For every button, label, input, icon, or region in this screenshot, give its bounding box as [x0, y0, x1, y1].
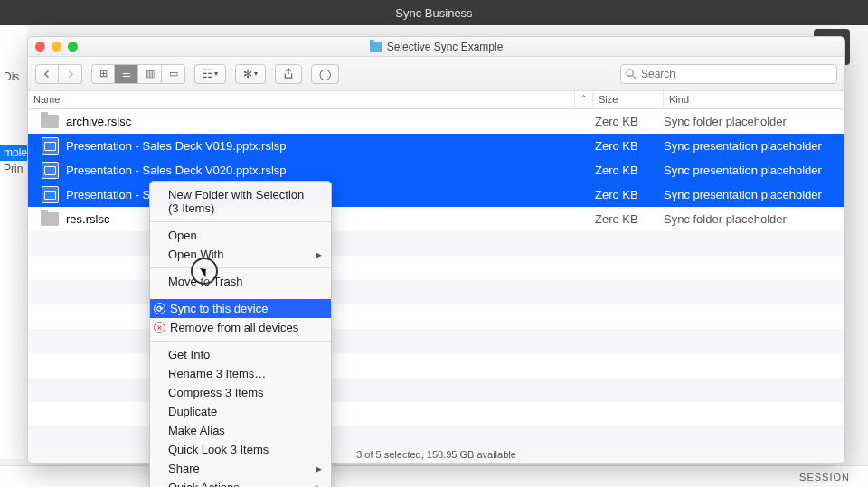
session-label: SESSION: [799, 472, 850, 482]
menu-item-label: Quick Look 3 Items: [168, 443, 269, 456]
sync-icon: ⟳: [154, 303, 165, 314]
menu-item-label: Move to Trash: [168, 275, 242, 288]
menu-item[interactable]: Rename 3 Items…: [150, 364, 331, 383]
folder-icon: [370, 42, 382, 52]
menu-separator: [150, 267, 331, 268]
sort-indicator[interactable]: ˆ: [575, 91, 593, 108]
file-kind: Sync folder placeholder: [664, 115, 844, 128]
window-title: Selective Sync Example: [387, 41, 504, 53]
bg-app-titlebar: Sync Business: [0, 0, 868, 25]
close-icon[interactable]: [35, 42, 45, 52]
menu-item-label: Remove from all devices: [170, 321, 298, 334]
svg-point-0: [627, 69, 633, 75]
icon-view-button[interactable]: ⊞: [91, 64, 115, 84]
menu-separator: [150, 341, 331, 342]
search-input[interactable]: [620, 64, 837, 84]
minimize-icon[interactable]: [52, 42, 61, 52]
menu-item[interactable]: Open: [150, 226, 331, 245]
remove-icon: ×: [154, 322, 165, 333]
menu-separator: [150, 221, 331, 222]
menu-item-label: Rename 3 Items…: [168, 367, 266, 380]
menu-item[interactable]: Get Info: [150, 345, 331, 364]
action-button[interactable]: ✻ ▾: [235, 64, 266, 84]
file-size: Zero KB: [593, 139, 664, 153]
back-button[interactable]: [35, 64, 59, 84]
menu-item-label: Get Info: [168, 348, 210, 361]
file-kind: Sync presentation placeholder: [664, 188, 844, 201]
menu-item[interactable]: New Folder with Selection (3 Items): [150, 185, 331, 218]
menu-item[interactable]: Move to Trash: [150, 272, 331, 291]
menu-item-label: Open: [168, 229, 197, 242]
folder-icon: [41, 211, 59, 228]
gallery-view-button[interactable]: ▭: [162, 64, 185, 84]
table-row[interactable]: Presentation - Sales Deck V019.pptx.rsls…: [28, 134, 844, 158]
column-header[interactable]: Name ˆ Size Kind: [28, 91, 844, 109]
col-size[interactable]: Size: [593, 91, 664, 108]
presentation-icon: [41, 138, 59, 155]
file-name: archive.rslsc: [66, 115, 593, 128]
file-name: Presentation - Sales Deck V019.pptx.rsls…: [66, 139, 593, 153]
bg-app-title: Sync Business: [395, 6, 472, 20]
menu-item[interactable]: Make Alias: [150, 421, 331, 440]
table-row[interactable]: archive.rslscZero KBSync folder placehol…: [28, 109, 844, 134]
file-kind: Sync folder placeholder: [664, 212, 844, 226]
menu-item[interactable]: Quick Actions: [150, 478, 331, 487]
file-size: Zero KB: [593, 188, 664, 201]
table-row[interactable]: Presentation - Sales Deck V020.pptx.rsls…: [28, 158, 844, 183]
menu-item[interactable]: ⟳Sync to this device: [150, 299, 331, 318]
menu-item-label: Duplicate: [168, 405, 217, 418]
context-menu[interactable]: New Folder with Selection (3 Items)OpenO…: [149, 181, 332, 487]
presentation-icon: [41, 187, 59, 203]
menu-item-label: Sync to this device: [170, 302, 268, 315]
column-view-button[interactable]: ▥: [138, 64, 162, 84]
tags-button[interactable]: ◯: [311, 64, 339, 84]
menu-item-label: New Folder with Selection (3 Items): [168, 188, 315, 215]
share-button[interactable]: [275, 64, 302, 84]
menu-item[interactable]: Quick Look 3 Items: [150, 440, 331, 459]
menu-item[interactable]: Compress 3 Items: [150, 383, 331, 402]
menu-item-label: Compress 3 Items: [168, 386, 263, 399]
col-name[interactable]: Name: [28, 91, 575, 108]
menu-item[interactable]: ×Remove from all devices: [150, 318, 331, 337]
toolbar: ⊞ ☰ ▥ ▭ ☷ ▾ ✻ ▾ ◯: [28, 57, 844, 91]
file-size: Zero KB: [593, 115, 664, 128]
menu-separator: [150, 295, 331, 295]
bg-sidebar: DismplePrin: [0, 25, 27, 459]
presentation-icon: [41, 163, 59, 179]
file-size: Zero KB: [593, 212, 664, 226]
menu-item-label: Share: [168, 462, 200, 475]
file-kind: Sync presentation placeholder: [664, 164, 844, 177]
search-icon: [625, 68, 637, 80]
bg-footer: SESSION: [0, 465, 868, 487]
menu-item[interactable]: Share: [150, 459, 331, 478]
list-view-button[interactable]: ☰: [115, 64, 138, 84]
folder-icon: [41, 114, 59, 130]
menu-item-label: Make Alias: [168, 424, 225, 437]
menu-item[interactable]: Open With: [150, 245, 331, 264]
zoom-icon[interactable]: [68, 42, 78, 52]
svg-line-1: [632, 75, 636, 79]
group-button[interactable]: ☷ ▾: [194, 64, 226, 84]
file-kind: Sync presentation placeholder: [664, 139, 844, 153]
forward-button[interactable]: [59, 64, 82, 84]
col-kind[interactable]: Kind: [664, 91, 844, 108]
menu-item[interactable]: Duplicate: [150, 402, 331, 421]
menu-item-label: Quick Actions: [168, 481, 240, 487]
view-mode-segment[interactable]: ⊞ ☰ ▥ ▭: [91, 64, 185, 84]
menu-item-label: Open With: [168, 248, 223, 261]
file-name: Presentation - Sales Deck V020.pptx.rsls…: [66, 164, 593, 177]
window-titlebar[interactable]: Selective Sync Example: [28, 37, 844, 57]
file-size: Zero KB: [593, 164, 664, 177]
